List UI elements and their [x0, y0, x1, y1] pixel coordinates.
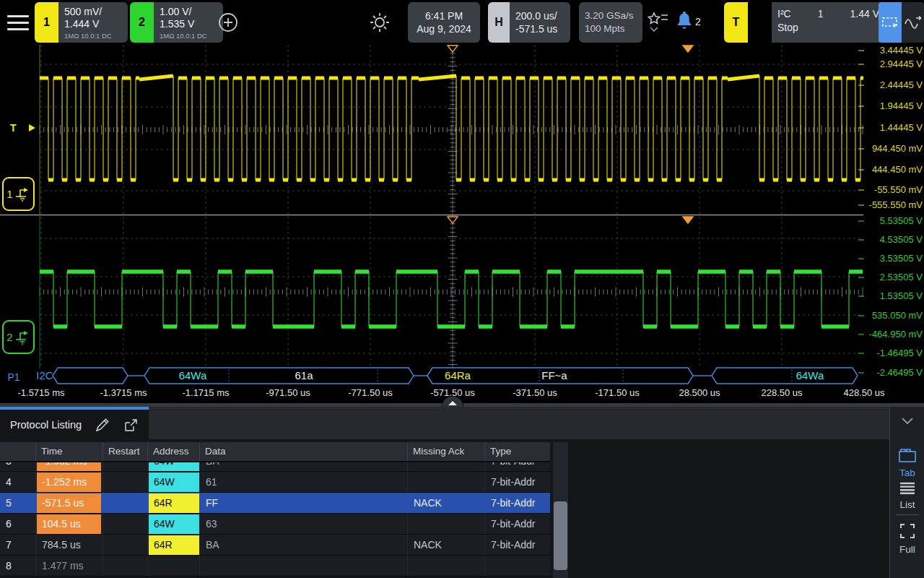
- channel2-box[interactable]: 2 1.00 V/ 1.535 V 1MΩ 10.0:1 DC: [130, 2, 223, 43]
- cell-num: 5: [0, 493, 36, 513]
- cell-data: FF: [200, 493, 408, 513]
- decode-protocol-label: I2C: [29, 368, 61, 384]
- trigger-box[interactable]: T I²C 1 1.44 V Stop: [724, 2, 863, 43]
- memory-depth: 100 Mpts: [585, 22, 642, 35]
- channel2-info: 1.00 V/ 1.535 V 1MΩ 10.0:1 DC: [154, 2, 223, 43]
- column-header: Type: [485, 442, 550, 461]
- cell-missing_ack: [408, 514, 485, 534]
- time-axis-label: -971.50 us: [252, 387, 324, 399]
- cell-num: 4: [0, 472, 36, 492]
- view-list-button[interactable]: List: [890, 482, 924, 510]
- time-axis-label: -171.50 us: [581, 387, 653, 399]
- ch1-axis-label: 1.44445 V: [865, 122, 923, 134]
- channel2-vdiv: 1.00 V/: [160, 6, 223, 18]
- top-bar: 1 500 mV/ 1.444 V 1MΩ 10.0:1 DC 2 1.00 V…: [0, 0, 924, 45]
- cell-time: -1.252 ms: [36, 472, 103, 492]
- horizontal-box[interactable]: 200.0 us/ -571.5 us: [510, 2, 570, 43]
- panel-title-box: Protocol Listing: [0, 410, 149, 439]
- ch1-axis-label: 444.450 mV: [865, 164, 923, 176]
- channel1-ground-badge[interactable]: 1: [2, 177, 35, 211]
- channel1-tab[interactable]: 1: [35, 2, 58, 43]
- trigger-mode: I²C: [777, 7, 791, 21]
- brightness-icon[interactable]: [368, 11, 391, 37]
- cell-missing_ack: [408, 556, 485, 576]
- ground-edge-icon: [14, 186, 30, 202]
- zoom-select-button[interactable]: [879, 2, 902, 43]
- view-tab-button[interactable]: Tab: [890, 447, 924, 478]
- view-full-button[interactable]: Full: [890, 522, 924, 555]
- ch2-axis-label: 1.53505 V: [865, 290, 923, 302]
- time-axis-label: 228.50 us: [746, 387, 818, 399]
- cell-restart: [103, 462, 148, 472]
- table-row[interactable]: 5-571.5 us64RFFNACK7-bit-Addr: [0, 493, 550, 514]
- sidebar-divider: [896, 514, 919, 515]
- channel1-offset: 1.444 V: [64, 18, 128, 30]
- channel1-vdiv: 500 mV/: [64, 6, 128, 18]
- cell-address: 64W: [148, 472, 200, 492]
- decode-packet-label: 61a: [271, 368, 336, 384]
- time-axis-label: 428.50 us: [828, 387, 900, 399]
- edit-icon[interactable]: [95, 417, 110, 433]
- acquisition-box[interactable]: 3.20 GSa/s 100 Mpts: [579, 2, 642, 43]
- table-row[interactable]: 81.477 ms: [0, 556, 550, 577]
- favorites-menu-icon[interactable]: [647, 10, 671, 40]
- table-row[interactable]: 3-1.932 ms64WBA7-bit-Addr: [0, 462, 550, 472]
- table-row[interactable]: 6104.5 us64W637-bit-Addr: [0, 514, 550, 535]
- column-header: Time: [36, 442, 103, 461]
- cell-missing_ack: [408, 462, 485, 472]
- clock-box[interactable]: 6:41 PM Aug 9, 2024: [408, 2, 480, 43]
- table-row[interactable]: 7784.5 us64RBANACK7-bit-Addr: [0, 535, 550, 556]
- channel1-info: 500 mV/ 1.444 V 1MΩ 10.0:1 DC: [58, 2, 128, 43]
- fullscreen-icon: [899, 522, 916, 540]
- waveform-tool-button[interactable]: [902, 2, 924, 43]
- table-row[interactable]: 4-1.252 ms64W617-bit-Addr: [0, 472, 550, 493]
- trigger-arrow-icon: [29, 124, 35, 131]
- cell-num: 8: [0, 556, 36, 576]
- cell-num: 3: [0, 462, 36, 472]
- cell-time: 784.5 us: [36, 535, 103, 555]
- cell-data: BA: [200, 462, 408, 472]
- protocol-table: TimeRestartAddressDataMissing AckType3-1…: [0, 442, 550, 577]
- channel1-box[interactable]: 1 500 mV/ 1.444 V 1MΩ 10.0:1 DC: [35, 2, 128, 43]
- channel2-tab[interactable]: 2: [130, 2, 154, 43]
- cell-address: [148, 556, 200, 576]
- menu-icon[interactable]: [7, 15, 29, 30]
- cell-data: [200, 556, 408, 576]
- cell-missing_ack: [408, 472, 485, 492]
- ch2-axis-label: 4.53505 V: [865, 234, 923, 246]
- cell-missing_ack: NACK: [408, 493, 485, 513]
- cell-address: 64W: [148, 514, 200, 534]
- cell-address: 64R: [148, 535, 200, 555]
- cell-time: 1.477 ms: [36, 556, 103, 576]
- cell-restart: [103, 493, 148, 513]
- table-scrollbar-thumb[interactable]: [554, 501, 567, 570]
- trigger-info: I²C 1 1.44 V Stop: [772, 2, 886, 43]
- add-channel-icon[interactable]: [218, 12, 238, 35]
- time-axis-label: -771.50 us: [334, 387, 406, 399]
- tab-view-icon: [898, 447, 917, 463]
- table-row-clipped[interactable]: 3-1.932 ms64WBA7-bit-Addr: [0, 462, 550, 472]
- ch2-axis-label: -2.46495 V: [865, 367, 923, 379]
- sample-rate: 3.20 GSa/s: [585, 9, 642, 22]
- decode-packet-label: FF~a: [522, 368, 587, 384]
- collapse-chevron-icon[interactable]: [890, 415, 924, 428]
- notification-bell-icon[interactable]: [674, 11, 694, 35]
- trigger-level-marker[interactable]: T: [10, 122, 39, 134]
- channel2-ground-badge[interactable]: 2: [2, 320, 35, 354]
- ch2-axis-label: 535.050 mV: [865, 310, 923, 322]
- external-window-icon[interactable]: [123, 417, 139, 433]
- decode-packet-label: 64Wa: [777, 368, 842, 384]
- ch2-axis-label: 5.53505 V: [865, 215, 923, 227]
- table-scrollbar: [553, 442, 568, 578]
- right-sidebar: Tab List Full: [889, 407, 924, 578]
- horizontal-tab[interactable]: H: [488, 2, 510, 43]
- clock-date: Aug 9, 2024: [417, 22, 471, 35]
- column-header: Restart: [103, 442, 148, 461]
- oscilloscope-screen: 1 500 mV/ 1.444 V 1MΩ 10.0:1 DC 2 1.00 V…: [0, 0, 924, 578]
- ch1-axis-label: 2.44445 V: [865, 79, 923, 91]
- trigger-tab[interactable]: T: [724, 2, 748, 43]
- decode-bus-label[interactable]: P1: [3, 369, 25, 385]
- cell-data: BA: [200, 535, 408, 555]
- panel-title: Protocol Listing: [10, 419, 82, 431]
- ch2-axis-label: 2.53505 V: [865, 272, 923, 283]
